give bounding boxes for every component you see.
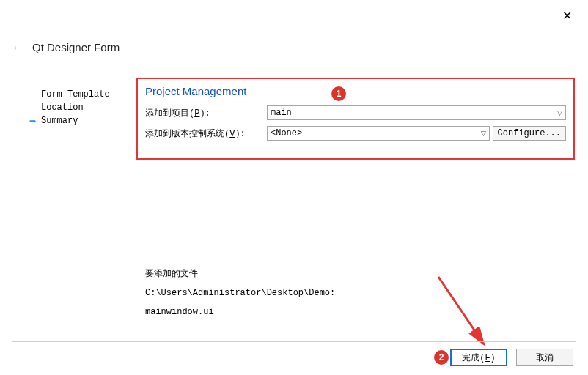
finish-button[interactable]: 完成(F) bbox=[450, 349, 507, 366]
step-summary: ➡ Summary bbox=[29, 114, 132, 127]
cancel-button-label: 取消 bbox=[536, 352, 554, 364]
project-row: 添加到项目(P): main ▽ bbox=[145, 105, 566, 121]
svg-line-0 bbox=[438, 277, 484, 344]
finish-button-label: 完成(F) bbox=[462, 352, 496, 364]
step-sidebar: Form Template Location ➡ Summary bbox=[29, 88, 132, 127]
step-location: Location bbox=[29, 101, 132, 114]
files-to-add-block: 要添加的文件 C:\Users\Administrator\Desktop\De… bbox=[145, 264, 335, 322]
footer-buttons: 完成(F) 取消 bbox=[450, 349, 573, 366]
footer-divider bbox=[12, 341, 576, 342]
annotation-badge-1: 1 bbox=[331, 86, 346, 101]
vcs-row: 添加到版本控制系统(V): <None> ▽ Configure... bbox=[145, 125, 566, 141]
configure-button[interactable]: Configure... bbox=[493, 126, 566, 141]
chevron-down-icon: ▽ bbox=[557, 109, 562, 116]
project-select[interactable]: main ▽ bbox=[267, 105, 566, 120]
step-form-template: Form Template bbox=[29, 88, 132, 101]
section-title: Project Management bbox=[145, 85, 566, 97]
current-step-arrow-icon: ➡ bbox=[29, 116, 40, 126]
files-file: mainwindow.ui bbox=[145, 302, 335, 322]
back-arrow-icon[interactable]: ← bbox=[12, 42, 23, 53]
project-select-value: main bbox=[271, 108, 292, 118]
vcs-select[interactable]: <None> ▽ bbox=[267, 126, 490, 141]
configure-button-label: Configure... bbox=[498, 128, 561, 138]
page-title: Qt Designer Form bbox=[32, 41, 120, 53]
wizard-header: ← Qt Designer Form bbox=[12, 41, 120, 53]
project-label: 添加到项目(P): bbox=[145, 107, 267, 119]
project-management-panel: Project Management 添加到项目(P): main ▽ 添加到版… bbox=[136, 78, 575, 160]
files-path: C:\Users\Administrator\Desktop\Demo: bbox=[145, 283, 335, 302]
close-button[interactable]: ✕ bbox=[556, 6, 578, 26]
step-label: Summary bbox=[41, 116, 78, 126]
annotation-arrow-icon bbox=[433, 271, 499, 359]
step-label: Form Template bbox=[41, 89, 110, 100]
close-icon: ✕ bbox=[562, 10, 572, 22]
step-label: Location bbox=[41, 103, 84, 113]
vcs-select-value: <None> bbox=[271, 128, 302, 138]
cancel-button[interactable]: 取消 bbox=[516, 349, 573, 366]
chevron-down-icon: ▽ bbox=[481, 130, 486, 137]
vcs-label: 添加到版本控制系统(V): bbox=[145, 127, 267, 140]
annotation-badge-2: 2 bbox=[434, 350, 449, 365]
files-heading: 要添加的文件 bbox=[145, 264, 335, 283]
